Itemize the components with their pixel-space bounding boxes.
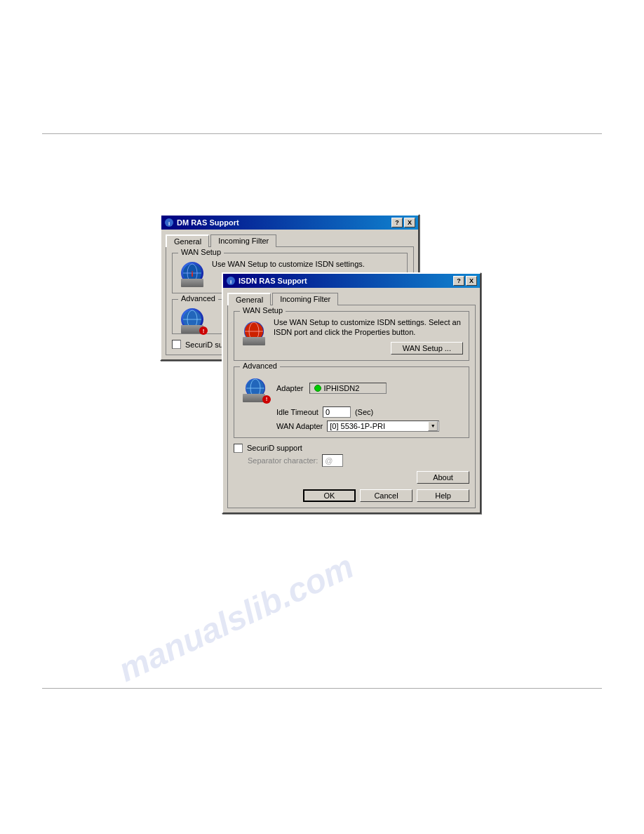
isdn-ras-securid-checkbox[interactable] — [234, 444, 243, 453]
dm-ras-card-icon — [181, 279, 203, 287]
dm-ras-tab-general[interactable]: General — [166, 234, 209, 247]
isdn-ras-advanced-icon-container: ! — [240, 373, 271, 404]
isdn-ras-bottom-buttons: OK Cancel Help — [234, 489, 469, 502]
isdn-ras-adapter-display: IPHISDN2 — [309, 383, 387, 394]
top-rule — [42, 133, 602, 134]
isdn-ras-wan-text-area: Use WAN Setup to customize ISDN settings… — [274, 317, 463, 355]
isdn-ras-securid-label: SecuriD support — [247, 444, 302, 452]
dm-ras-securid-checkbox[interactable] — [172, 340, 181, 349]
dm-ras-advanced-label: Advanced — [178, 294, 218, 303]
isdn-ras-wan-adapter-select[interactable]: [0] 5536-1P-PRI — [327, 421, 439, 432]
isdn-ras-about-row: About — [234, 471, 469, 484]
dm-ras-advanced-icon: ! — [178, 305, 206, 333]
isdn-ras-tab-general[interactable]: General — [227, 293, 271, 305]
dm-ras-titlebar: i DM RAS Support ? X — [161, 216, 418, 230]
dm-ras-wan-icon-container: i — [178, 259, 206, 287]
dm-ras-title-text: DM RAS Support — [177, 218, 239, 227]
svg-text:i: i — [230, 279, 232, 285]
isdn-ras-idle-input[interactable] — [323, 406, 351, 418]
isdn-ras-help-title-btn[interactable]: ? — [453, 276, 464, 286]
dm-ras-tab-incoming[interactable]: Incoming Filter — [210, 234, 276, 247]
isdn-ras-error-badge: ! — [262, 395, 271, 404]
isdn-ras-title-text: ISDN RAS Support — [239, 277, 307, 285]
isdn-ras-titlebar: i ISDN RAS Support ? X — [223, 274, 480, 288]
isdn-ras-wan-text: Use WAN Setup to customize ISDN settings… — [274, 317, 463, 338]
isdn-ras-idle-unit: (Sec) — [355, 408, 373, 416]
isdn-ras-wan-content: Use WAN Setup to customize ISDN settings… — [240, 315, 463, 355]
isdn-ras-adapter-row: Adapter IPHISDN2 — [276, 383, 463, 394]
dm-ras-title-buttons: ? X — [391, 218, 415, 227]
page: manualslib.com i DM RAS Support ? X Gene… — [0, 0, 644, 834]
dm-ras-error-badge: ! — [199, 326, 208, 335]
isdn-ras-card-icon — [243, 337, 265, 345]
svg-text:i: i — [191, 270, 193, 278]
dm-ras-title-icon: i — [164, 218, 174, 227]
isdn-ras-tabs: General Incoming Filter — [227, 292, 476, 305]
isdn-ras-cancel-btn[interactable]: Cancel — [360, 489, 412, 502]
isdn-ras-ok-btn[interactable]: OK — [303, 489, 356, 502]
isdn-ras-wan-adapter-label: WAN Adapter — [276, 422, 323, 430]
isdn-ras-wan-button-row: WAN Setup ... — [274, 342, 463, 355]
isdn-ras-wan-adapter-row: WAN Adapter [0] 5536-1P-PRI ▼ — [276, 421, 463, 432]
isdn-ras-separator-label: Separator character: — [248, 456, 318, 465]
dm-ras-close-btn[interactable]: X — [404, 218, 415, 227]
dm-ras-wan-label: WAN Setup — [178, 248, 224, 256]
isdn-ras-tab-panel: WAN Setup — [227, 305, 476, 508]
isdn-ras-securid-section: SecuriD support Separator character: — [234, 444, 469, 467]
isdn-ras-close-title-btn[interactable]: X — [466, 276, 477, 286]
isdn-ras-green-dot — [314, 385, 321, 392]
isdn-ras-adapter-label: Adapter — [276, 384, 304, 392]
dm-ras-tabs: General Incoming Filter — [166, 234, 414, 246]
isdn-ras-about-btn[interactable]: About — [417, 471, 469, 484]
isdn-ras-advanced-grid: ! Adapter IPHISDN2 Idle Tim — [240, 370, 463, 432]
isdn-ras-wan-label: WAN Setup — [240, 306, 286, 315]
bottom-rule — [42, 688, 602, 689]
isdn-ras-help-btn[interactable]: Help — [417, 489, 469, 502]
watermark: manualslib.com — [112, 547, 359, 689]
isdn-ras-separator-input[interactable] — [322, 454, 343, 467]
isdn-ras-dialog: i ISDN RAS Support ? X General Incoming … — [222, 272, 481, 514]
isdn-ras-securid-row: SecuriD support — [234, 444, 469, 453]
isdn-ras-content: General Incoming Filter WAN Setup — [223, 288, 480, 512]
isdn-ras-wan-setup-btn[interactable]: WAN Setup ... — [391, 342, 463, 355]
isdn-ras-wan-group: WAN Setup — [234, 311, 469, 361]
dm-ras-wan-text: Use WAN Setup to customize ISDN settings… — [212, 259, 401, 269]
isdn-ras-title-buttons: ? X — [453, 276, 477, 286]
isdn-ras-tab-incoming[interactable]: Incoming Filter — [272, 293, 338, 305]
isdn-ras-advanced-icon-cell: ! — [240, 373, 271, 404]
isdn-ras-idle-label: Idle Timeout — [276, 408, 318, 416]
isdn-ras-advanced-label: Advanced — [240, 362, 280, 370]
isdn-ras-wan-icon-container — [240, 317, 268, 345]
isdn-ras-title-icon: i — [226, 276, 236, 286]
isdn-ras-adapter-value: IPHISDN2 — [324, 384, 360, 392]
isdn-ras-advanced-group: Advanced — [234, 366, 469, 438]
dm-ras-help-btn[interactable]: ? — [391, 218, 403, 227]
isdn-ras-wan-adapter-select-wrapper: [0] 5536-1P-PRI ▼ — [327, 421, 439, 432]
svg-text:i: i — [168, 220, 170, 227]
isdn-ras-separator-row: Separator character: — [234, 454, 469, 467]
isdn-ras-idle-row: Idle Timeout (Sec) — [276, 406, 463, 418]
